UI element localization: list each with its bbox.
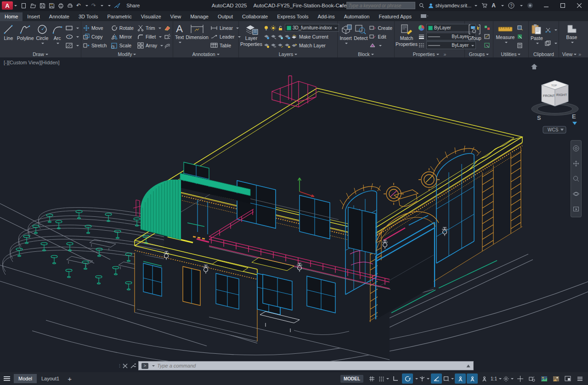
- layer-dropdown[interactable]: 3D_furniture-indoor: [285, 24, 339, 32]
- tab-output[interactable]: Output: [213, 12, 237, 21]
- mirror-button[interactable]: Mirror: [111, 33, 136, 40]
- wcs-selector[interactable]: WCS: [543, 126, 566, 133]
- model-space-badge[interactable]: MODEL: [340, 375, 363, 383]
- osnap-tracking-toggle[interactable]: [431, 374, 442, 384]
- ortho-toggle[interactable]: [390, 374, 401, 384]
- line-button[interactable]: Line: [2, 23, 15, 51]
- apps-caret-icon[interactable]: [501, 5, 504, 8]
- layer-off-icon[interactable]: [264, 34, 270, 40]
- redo-icon[interactable]: ↷: [91, 2, 96, 9]
- annotation-scale-icon[interactable]: [479, 374, 490, 384]
- layer-unlock-icon[interactable]: [278, 25, 283, 31]
- layout1-tab[interactable]: Layout1: [37, 374, 64, 383]
- layer-match-icon[interactable]: [271, 43, 277, 48]
- view-cube[interactable]: S E FRONT RIGHT TOP WCS: [525, 64, 584, 135]
- circle-button[interactable]: Circle: [36, 23, 49, 51]
- create-block-button[interactable]: Create: [369, 24, 392, 32]
- command-input[interactable]: [157, 363, 464, 368]
- model-tab[interactable]: Model: [14, 374, 37, 383]
- properties-panel-label[interactable]: Properties»: [395, 51, 464, 57]
- layer-prev-icon[interactable]: [277, 43, 283, 48]
- help-icon[interactable]: ?: [508, 2, 514, 9]
- match-properties-button[interactable]: MatchProperties: [396, 23, 417, 51]
- group-selection-button[interactable]: [484, 42, 490, 49]
- annotation-visibility-toggle[interactable]: [455, 374, 466, 384]
- layer-merge-icon[interactable]: [284, 43, 290, 48]
- arc-caret-icon[interactable]: [57, 43, 59, 45]
- trim-button[interactable]: Trim: [137, 24, 163, 32]
- make-current-button[interactable]: Make Current: [299, 34, 328, 40]
- tab-automation[interactable]: Automation: [339, 12, 374, 21]
- undo-caret-icon[interactable]: [85, 5, 88, 8]
- isodraft-toggle[interactable]: [419, 374, 430, 384]
- tab-manage[interactable]: Manage: [186, 12, 213, 21]
- compass-east-label[interactable]: E: [572, 113, 576, 120]
- share-label[interactable]: Share: [126, 3, 140, 8]
- text-button[interactable]: A Text: [175, 23, 184, 51]
- graphics-performance-toggle[interactable]: [538, 374, 549, 384]
- print-icon[interactable]: [67, 3, 73, 9]
- tab-visualize[interactable]: Visualize: [136, 12, 166, 21]
- arc-button[interactable]: Arc: [51, 23, 64, 51]
- copy-clip-button[interactable]: [545, 40, 557, 47]
- explode-button[interactable]: [164, 33, 171, 40]
- tab-collaborate[interactable]: Collaborate: [237, 12, 272, 21]
- minimize-button[interactable]: [544, 3, 548, 8]
- detect-button[interactable]: Detect: [354, 23, 368, 51]
- object-snap-toggle[interactable]: [443, 374, 454, 384]
- command-customize-icon[interactable]: [130, 363, 136, 369]
- layer-walk-icon[interactable]: [264, 43, 270, 48]
- modify-panel-label[interactable]: Modify: [81, 51, 173, 57]
- autocad-logo[interactable]: A: [2, 1, 13, 10]
- tab-home[interactable]: Home: [0, 12, 23, 21]
- viewcube-menu-caret-icon[interactable]: [572, 122, 577, 125]
- layer-isolate-icon[interactable]: [271, 34, 277, 40]
- share-icon[interactable]: [114, 3, 120, 8]
- command-input-bar[interactable]: >: [138, 361, 474, 370]
- open-file-icon[interactable]: [30, 3, 36, 9]
- hatch-tool-button[interactable]: [66, 42, 79, 49]
- navigation-bar[interactable]: [571, 140, 582, 217]
- quick-select-button[interactable]: [517, 33, 523, 40]
- rotate-button[interactable]: Rotate: [111, 24, 136, 32]
- undo-icon[interactable]: ↶: [76, 2, 81, 9]
- tab-featured-apps[interactable]: Featured Apps: [374, 12, 416, 21]
- insert-button[interactable]: Insert: [339, 23, 352, 51]
- circle-caret-icon[interactable]: [41, 43, 44, 45]
- viewport-controls-label[interactable]: [-][Custom View][Hidden]: [4, 60, 59, 65]
- polar-tracking-toggle[interactable]: [402, 374, 413, 384]
- fullscreen-toggle[interactable]: [562, 374, 573, 384]
- collapse-search-icon[interactable]: ▸: [340, 3, 342, 8]
- viewcube-cube[interactable]: FRONT RIGHT TOP: [542, 80, 568, 106]
- autodesk-logo-icon[interactable]: A: [492, 2, 496, 9]
- autoscale-toggle[interactable]: [467, 374, 478, 384]
- pan-icon[interactable]: [573, 160, 579, 167]
- search-input[interactable]: [347, 3, 415, 8]
- logo-caret-icon[interactable]: [14, 5, 17, 8]
- erase-button[interactable]: [164, 24, 171, 32]
- search-box[interactable]: [346, 2, 415, 9]
- annotation-panel-label[interactable]: Annotation: [173, 51, 238, 57]
- block-panel-label[interactable]: Block: [338, 51, 394, 57]
- assistant-icon[interactable]: [527, 2, 533, 9]
- tab-3d-tools[interactable]: 3D Tools: [74, 12, 103, 21]
- tab-express-tools[interactable]: Express Tools: [272, 12, 313, 21]
- viewcube-front-label[interactable]: FRONT: [543, 94, 555, 98]
- zoom-icon[interactable]: [573, 176, 579, 182]
- model-viewport[interactable]: [-][Custom View][Hidden] S E FRONT RIGHT…: [0, 57, 588, 372]
- layout-menu-icon[interactable]: [4, 376, 10, 381]
- showmotion-icon[interactable]: [573, 206, 579, 212]
- base-button[interactable]: Base: [564, 23, 580, 51]
- search-icon[interactable]: [419, 3, 424, 8]
- dimension-button[interactable]: Dimension: [186, 23, 209, 51]
- layer-freeze-icon[interactable]: [277, 34, 283, 40]
- edit-block-button[interactable]: Edit: [369, 33, 392, 40]
- command-expand-icon[interactable]: [466, 364, 470, 368]
- table-button[interactable]: Table: [210, 42, 241, 49]
- cut-button[interactable]: [545, 26, 557, 34]
- layers-panel-label[interactable]: Layers: [239, 51, 337, 57]
- measure-button[interactable]: Measure: [495, 23, 515, 51]
- viewcube-right-label[interactable]: RIGHT: [556, 93, 567, 97]
- redo-caret-icon[interactable]: [101, 5, 103, 8]
- edit-attributes-button[interactable]: [369, 42, 392, 49]
